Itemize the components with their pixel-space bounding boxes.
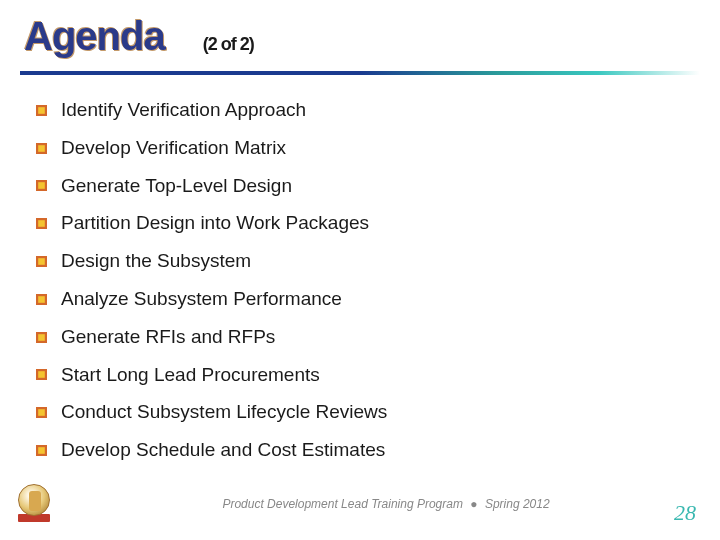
footer-logo-icon — [18, 484, 52, 524]
bullet-icon — [36, 218, 47, 229]
bullet-icon — [36, 369, 47, 380]
bullet-icon — [36, 332, 47, 343]
svg-rect-1 — [38, 107, 45, 114]
list-item-text: Conduct Subsystem Lifecycle Reviews — [61, 401, 387, 424]
list-item-text: Identify Verification Approach — [61, 99, 306, 122]
svg-rect-5 — [38, 183, 45, 190]
svg-rect-7 — [38, 220, 45, 227]
list-item-text: Generate RFIs and RFPs — [61, 326, 275, 349]
list-item: Generate RFIs and RFPs — [36, 326, 720, 349]
footer-program: Product Development Lead Training Progra… — [222, 497, 463, 511]
bullet-icon — [36, 407, 47, 418]
svg-rect-11 — [38, 296, 45, 303]
bullet-icon — [36, 143, 47, 154]
list-item: Design the Subsystem — [36, 250, 720, 273]
bullet-icon — [36, 180, 47, 191]
slide-header: Agenda (2 of 2) — [0, 0, 720, 59]
list-item-text: Generate Top-Level Design — [61, 175, 292, 198]
svg-rect-13 — [38, 334, 45, 341]
list-item: Develop Schedule and Cost Estimates — [36, 439, 720, 462]
list-item-text: Develop Schedule and Cost Estimates — [61, 439, 385, 462]
list-item-text: Analyze Subsystem Performance — [61, 288, 342, 311]
bullet-icon — [36, 445, 47, 456]
list-item: Identify Verification Approach — [36, 99, 720, 122]
page-indicator: (2 of 2) — [203, 34, 254, 55]
footer-term: Spring 2012 — [485, 497, 550, 511]
svg-rect-3 — [38, 145, 45, 152]
bullet-icon — [36, 256, 47, 267]
slide-footer: Product Development Lead Training Progra… — [0, 484, 720, 524]
list-item: Analyze Subsystem Performance — [36, 288, 720, 311]
svg-rect-19 — [38, 447, 45, 454]
list-item-text: Partition Design into Work Packages — [61, 212, 369, 235]
list-item: Develop Verification Matrix — [36, 137, 720, 160]
list-item-text: Develop Verification Matrix — [61, 137, 286, 160]
list-item-text: Start Long Lead Procurements — [61, 364, 320, 387]
list-item: Start Long Lead Procurements — [36, 364, 720, 387]
list-item-text: Design the Subsystem — [61, 250, 251, 273]
list-item: Generate Top-Level Design — [36, 175, 720, 198]
svg-rect-17 — [38, 409, 45, 416]
slide-content: Identify Verification Approach Develop V… — [0, 75, 720, 462]
list-item: Conduct Subsystem Lifecycle Reviews — [36, 401, 720, 424]
list-item: Partition Design into Work Packages — [36, 212, 720, 235]
page-number: 28 — [674, 500, 696, 526]
bullet-icon — [36, 105, 47, 116]
bullet-icon — [36, 294, 47, 305]
slide-title: Agenda — [24, 14, 165, 59]
svg-rect-9 — [38, 258, 45, 265]
agenda-list: Identify Verification Approach Develop V… — [36, 99, 720, 462]
footer-separator: ● — [470, 497, 477, 511]
svg-rect-15 — [38, 372, 45, 379]
footer-text: Product Development Lead Training Progra… — [52, 497, 720, 511]
